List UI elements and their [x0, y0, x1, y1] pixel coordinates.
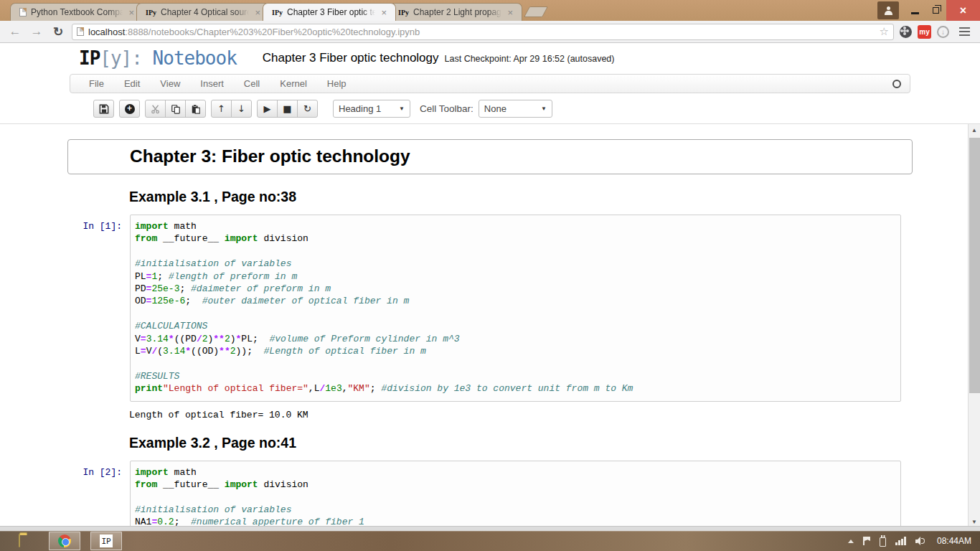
ipython-taskbar-button[interactable]: IP — [90, 532, 122, 550]
close-icon[interactable]: × — [253, 7, 262, 18]
menu-kernel[interactable]: Kernel — [270, 78, 317, 89]
interrupt-kernel-button[interactable]: ■ — [277, 100, 298, 118]
tab-strip: Python Textbook Compan × IPy Chapter 4 O… — [10, 2, 545, 21]
logo-y: [y]: — [100, 47, 142, 69]
reload-icon[interactable]: ↻ — [50, 24, 66, 39]
code-line: PD=25e-3; #daimeter of preform in m — [135, 283, 895, 295]
cut-cell-button[interactable] — [145, 100, 166, 118]
url-text[interactable]: localhost:8888/notebooks/Chapter%203%20F… — [88, 27, 875, 37]
network-signal-icon[interactable] — [895, 537, 906, 545]
scroll-up-icon[interactable]: ▲ — [969, 124, 980, 136]
close-icon[interactable]: × — [506, 7, 514, 18]
movie-extension-icon[interactable] — [900, 26, 912, 38]
address-bar[interactable]: localhost:8888/notebooks/Chapter%203%20F… — [72, 24, 894, 40]
close-window-button[interactable]: × — [946, 0, 980, 21]
action-center-flag-icon[interactable] — [863, 537, 870, 545]
restart-kernel-button[interactable]: ↻ — [297, 100, 318, 118]
chevron-down-icon: ▼ — [399, 105, 405, 112]
cut-icon — [151, 104, 161, 114]
notebook-toolbar: + ↑ ↓ ▶ ■ ↻ Head — [0, 93, 980, 124]
system-tray: 08:44AM — [848, 531, 971, 551]
restore-button[interactable] — [925, 0, 946, 21]
code-line: #CALCULATIONS — [135, 320, 895, 332]
close-icon[interactable]: × — [380, 7, 388, 18]
folder-icon — [19, 534, 20, 547]
browser-tab-chapter2[interactable]: IPy Chapter 2 Light propagati × — [389, 3, 522, 21]
code-cell-1[interactable]: In [1]: import mathfrom __future__ impor… — [67, 214, 913, 402]
profile-button[interactable] — [877, 1, 899, 19]
menu-edit[interactable]: Edit — [114, 78, 150, 89]
menu-insert[interactable]: Insert — [190, 78, 234, 89]
page-icon — [77, 27, 84, 36]
ipython-icon: IP — [100, 534, 113, 547]
taskbar-clock[interactable]: 08:44AM — [937, 536, 971, 546]
person-icon — [885, 8, 891, 14]
scroll-down-icon[interactable]: ▼ — [969, 516, 980, 526]
volume-icon[interactable] — [915, 537, 925, 545]
menu-help[interactable]: Help — [317, 78, 357, 89]
download-extension-icon[interactable]: ↓ — [937, 26, 949, 38]
example-3-2-heading[interactable]: Example 3.2 , Page no:41 — [129, 435, 913, 451]
browser-menu-icon[interactable] — [955, 27, 974, 37]
chrome-taskbar-button[interactable] — [49, 532, 80, 550]
cell-toolbar-label: Cell Toolbar: — [420, 103, 473, 114]
paste-icon — [191, 104, 201, 114]
checkpoint-status: Last Checkpoint: Apr 29 16:52 (autosaved… — [445, 54, 615, 64]
menu-file[interactable]: File — [79, 78, 114, 89]
file-explorer-button[interactable] — [19, 534, 20, 547]
ipython-favicon: IPy — [146, 9, 156, 17]
taskbar: IP 08:44AM — [0, 531, 980, 551]
code-line: PL=1; #length of preform in m — [135, 270, 895, 283]
my-extension-icon[interactable]: my — [918, 25, 931, 39]
browser-tab-textbook-companion[interactable]: Python Textbook Compan × — [10, 3, 143, 21]
code-line: from __future__ import division — [135, 479, 895, 491]
move-cell-up-button[interactable]: ↑ — [211, 100, 232, 118]
code-cell-2[interactable]: In [2]: import mathfrom __future__ impor… — [67, 460, 913, 526]
tab-title: Python Textbook Compan — [31, 7, 123, 17]
play-icon: ▶ — [264, 103, 271, 114]
code-line — [135, 357, 895, 369]
ipython-logo[interactable]: IP[y]: Notebook — [79, 47, 237, 69]
scrollbar[interactable]: ▲ ▼ — [968, 124, 980, 526]
copy-cell-button[interactable] — [165, 100, 186, 118]
code-line: V=3.14*((PD/2)**2)*PL; #volume of Prefor… — [135, 333, 895, 345]
browser-toolbar: ← → ↻ localhost:8888/notebooks/Chapter%2… — [0, 21, 980, 43]
code-input-area[interactable]: import mathfrom __future__ import divisi… — [130, 215, 901, 402]
show-hidden-icons[interactable] — [848, 540, 854, 543]
bookmark-star-icon[interactable]: ☆ — [880, 25, 889, 38]
tab-title: Chapter 2 Light propagati — [413, 7, 501, 17]
save-button[interactable] — [93, 100, 114, 118]
minimize-button[interactable] — [905, 0, 925, 21]
cell-type-select[interactable]: Heading 1 ▼ — [333, 100, 410, 118]
code-line: NA1=0.2; #numerical apperture of fiber 1 — [135, 516, 895, 526]
chevron-down-icon: ▼ — [541, 105, 547, 112]
logo-ip: IP — [79, 47, 100, 69]
run-cell-button[interactable]: ▶ — [257, 100, 278, 118]
browser-tab-chapter4[interactable]: IPy Chapter 4 Optical sources × — [136, 3, 270, 21]
add-cell-button[interactable]: + — [119, 100, 140, 118]
ipython-favicon: IPy — [398, 9, 409, 17]
cell-output: Length of optical fiber= 10.0 KM — [129, 410, 913, 420]
new-tab-button[interactable] — [524, 6, 548, 17]
example-3-1-heading[interactable]: Example 3.1 , Page no:38 — [129, 189, 913, 205]
scrollbar-thumb[interactable] — [969, 138, 980, 393]
browser-tab-chapter3-active[interactable]: IPy Chapter 3 Fiber optic tech × — [263, 3, 396, 21]
page-icon — [19, 8, 27, 17]
notebook-title[interactable]: Chapter 3 Fiber optic technology — [263, 51, 439, 65]
power-icon[interactable] — [880, 537, 886, 547]
menubar-wrap: File Edit View Insert Cell Kernel Help — [0, 72, 980, 93]
menu-view[interactable]: View — [150, 78, 190, 89]
paste-cell-button[interactable] — [185, 100, 206, 118]
menu-cell[interactable]: Cell — [234, 78, 270, 89]
close-icon[interactable]: × — [127, 7, 136, 18]
notebook-header: IP[y]: Notebook Chapter 3 Fiber optic te… — [0, 43, 980, 72]
code-input-area[interactable]: import mathfrom __future__ import divisi… — [130, 461, 901, 526]
heading-cell-selected[interactable]: Chapter 3: Fiber optic technology — [67, 139, 913, 174]
code-line: from __future__ import division — [135, 232, 895, 245]
code-line — [135, 308, 895, 320]
back-icon[interactable]: ← — [7, 24, 23, 39]
forward-icon[interactable]: → — [29, 24, 44, 39]
move-cell-down-button[interactable]: ↓ — [231, 100, 252, 118]
cell-toolbar-select[interactable]: None ▼ — [479, 100, 552, 118]
code-line: #initialisation of variables — [135, 258, 895, 270]
